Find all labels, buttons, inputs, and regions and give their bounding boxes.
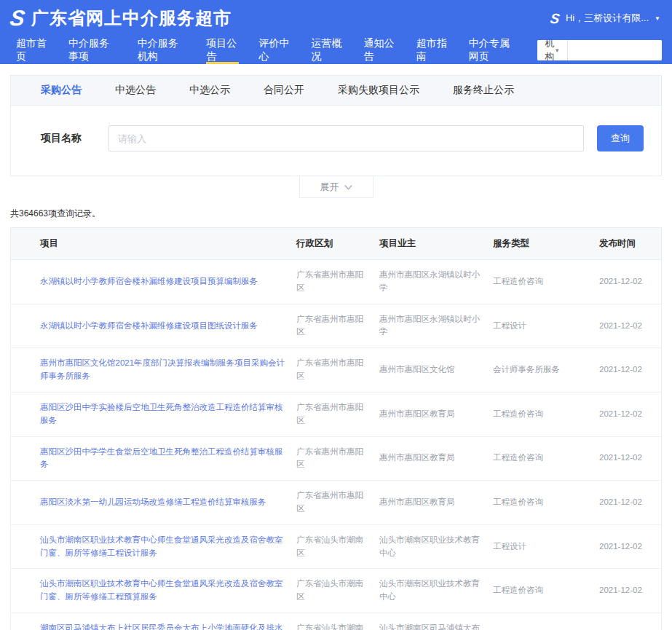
region-cell: 广东省惠州市惠阳区: [296, 260, 379, 304]
nav-item-operation-overview[interactable]: 运营概况: [311, 36, 344, 64]
table-row: 永湖镇以时小学教师宿舍楼补漏维修建设项目预算编制服务 广东省惠州市惠阳区 惠州市…: [11, 260, 661, 304]
table-row: 惠阳区淡水第一幼儿园运动场改造修缮工程造价结算审核服务 广东省惠州市惠阳区 惠州…: [11, 481, 661, 525]
service-type-cell: 会计师事务所服务: [493, 355, 599, 385]
search-category-value: 机构: [545, 40, 554, 60]
table-row: 汕头市潮南区职业技术教育中心师生食堂通风采光改造及宿舍教室门窗、厕所等修缮工程预…: [11, 569, 661, 613]
expand-wrap: 展开: [0, 176, 672, 198]
table-header-row: 项目 行政区划 项目业主 服务类型 发布时间: [11, 228, 661, 260]
table-row: 惠州市惠阳区文化馆2021年度部门决算报表编制服务项目采购会计师事务所服务 广东…: [11, 348, 661, 393]
project-link[interactable]: 惠州市惠阳区文化馆2021年度部门决算报表编制服务项目采购会计师事务所服务: [40, 358, 285, 380]
nav-item-notices[interactable]: 通知公告: [364, 36, 397, 64]
results-table: 项目 行政区划 项目业主 服务类型 发布时间 永湖镇以时小学教师宿舍楼补漏维修建…: [10, 227, 662, 630]
nav-item-home[interactable]: 超市首页: [16, 36, 49, 64]
region-cell: 广东省惠州市惠阳区: [296, 393, 379, 436]
project-link[interactable]: 汕头市潮南区职业技术教育中心师生食堂通风采光改造及宿舍教室门窗、厕所等修缮工程预…: [40, 579, 283, 601]
project-link[interactable]: 潮南区司马浦镇大布上社区居民委员会大布上小学地面硬化及排水系统建设项目预算服务: [40, 623, 283, 630]
publish-date-cell: 2021-12-02: [599, 487, 661, 518]
publish-date-cell: 2021-12-02: [599, 620, 661, 630]
publish-date-cell: 2021-12-02: [599, 443, 661, 473]
user-logo-icon: S: [550, 12, 561, 25]
nav-item-guide[interactable]: 超市指南: [416, 36, 449, 64]
region-cell: 广东省惠州市惠阳区: [296, 481, 379, 524]
owner-cell: 汕头市潮南区职业技术教育中心: [379, 569, 493, 613]
column-header-publish-date: 发布时间: [599, 228, 661, 259]
main-nav: 超市首页 中介服务事项 中介服务机构 项目公告 评价中心 运营概况 通知公告 超…: [0, 36, 672, 64]
chevron-down-icon: ▼: [554, 47, 560, 54]
project-cell: 汕头市潮南区职业技术教育中心师生食堂通风采光改造及宿舍教室门窗、厕所等修缮工程设…: [11, 525, 296, 569]
publish-date-cell: 2021-12-02: [599, 575, 661, 606]
table-row: 永湖镇以时小学教师宿舍楼补漏维修建设项目图纸设计服务 广东省惠州市惠阳区 惠州市…: [11, 304, 661, 349]
nav-item-project-announcements[interactable]: 项目公告: [206, 36, 239, 64]
announcement-tabs: 采购公告 中选公告 中选公示 合同公开 采购失败项目公示 服务终止公示: [11, 76, 661, 106]
region-cell: 广东省汕头市潮南区: [296, 525, 379, 569]
table-row: 汕头市潮南区职业技术教育中心师生食堂通风采光改造及宿舍教室门窗、厕所等修缮工程设…: [11, 525, 661, 570]
project-cell: 惠阳区沙田中学学生食堂后空地卫生死角整治工程造价结算审核服务: [11, 437, 296, 481]
site-logo-icon: S: [9, 7, 26, 29]
column-header-region: 行政区划: [296, 228, 379, 259]
nav-item-evaluation-center[interactable]: 评价中心: [258, 36, 291, 64]
expand-label: 展开: [320, 181, 339, 194]
chevron-down-icon: ▼: [655, 15, 660, 22]
owner-cell: 惠州市惠阳区教育局: [379, 399, 493, 430]
service-type-cell: 工程造价咨询: [493, 487, 599, 518]
table-row: 惠阳区沙田中学实验楼后空地卫生死角整治改造工程造价结算审核服务 广东省惠州市惠阳…: [11, 393, 661, 437]
filter-panel: 采购公告 中选公告 中选公示 合同公开 采购失败项目公示 服务终止公示 项目名称…: [10, 75, 662, 176]
project-name-label: 项目名称: [41, 132, 108, 145]
project-cell: 惠阳区沙田中学实验楼后空地卫生死角整治改造工程造价结算审核服务: [11, 393, 296, 436]
owner-cell: 汕头市潮南区司马浦镇大布上居民委员会: [379, 613, 493, 630]
project-cell: 永湖镇以时小学教师宿舍楼补漏维修建设项目图纸设计服务: [11, 311, 296, 342]
publish-date-cell: 2021-12-02: [599, 355, 661, 385]
tab-procurement-announcements[interactable]: 采购公告: [41, 84, 82, 97]
tab-service-termination[interactable]: 服务终止公示: [453, 84, 514, 97]
owner-cell: 惠州市惠阳区教育局: [379, 487, 493, 518]
region-cell: 广东省汕头市潮南区: [296, 569, 379, 613]
publish-date-cell: 2021-12-02: [599, 267, 661, 297]
project-cell: 惠阳区淡水第一幼儿园运动场改造修缮工程造价结算审核服务: [11, 487, 296, 518]
project-link[interactable]: 永湖镇以时小学教师宿舍楼补漏维修建设项目预算编制服务: [40, 277, 258, 286]
region-cell: 广东省汕头市潮南区: [296, 613, 379, 630]
tab-contract-disclosure[interactable]: 合同公开: [264, 84, 304, 97]
header-search: 机构 ▼: [537, 40, 662, 60]
user-menu[interactable]: S Hi，三桥设计有限... ▼: [550, 12, 660, 25]
nav-item-agencies[interactable]: 中介服务机构: [138, 36, 187, 64]
nav-item-service-matters[interactable]: 中介服务事项: [68, 36, 118, 64]
owner-cell: 惠州市惠阳区文化馆: [379, 355, 493, 385]
user-greeting: Hi，三桥设计有限...: [566, 12, 649, 25]
service-type-cell: 工程造价咨询: [493, 620, 599, 630]
service-type-cell: 工程设计: [493, 311, 599, 342]
project-cell: 惠州市惠阳区文化馆2021年度部门决算报表编制服务项目采购会计师事务所服务: [11, 348, 296, 392]
region-cell: 广东省惠州市惠阳区: [296, 437, 379, 481]
project-link[interactable]: 永湖镇以时小学教师宿舍楼补漏维修建设项目图纸设计服务: [40, 321, 258, 330]
tab-selection-publicity[interactable]: 中选公示: [189, 84, 230, 97]
header-search-input[interactable]: [568, 40, 662, 60]
expand-button[interactable]: 展开: [299, 176, 373, 198]
publish-date-cell: 2021-12-02: [599, 399, 661, 430]
column-header-owner: 项目业主: [379, 228, 493, 259]
column-header-project: 项目: [11, 228, 296, 259]
tab-selection-announcements[interactable]: 中选公告: [115, 84, 156, 97]
project-cell: 潮南区司马浦镇大布上社区居民委员会大布上小学地面硬化及排水系统建设项目预算服务: [11, 613, 296, 630]
query-button[interactable]: 查询: [597, 125, 644, 151]
site-title: 广东省网上中介服务超市: [31, 7, 232, 30]
owner-cell: 惠州市惠阳区永湖镇以时小学: [379, 304, 493, 348]
service-type-cell: 工程造价咨询: [493, 399, 599, 430]
tab-failed-projects[interactable]: 采购失败项目公示: [338, 84, 419, 97]
service-type-cell: 工程造价咨询: [493, 443, 599, 473]
service-type-cell: 工程造价咨询: [493, 267, 599, 297]
project-link[interactable]: 惠阳区淡水第一幼儿园运动场改造修缮工程造价结算审核服务: [40, 497, 266, 506]
owner-cell: 汕头市潮南区职业技术教育中心: [379, 525, 493, 569]
project-name-input[interactable]: [108, 125, 584, 151]
project-cell: 永湖镇以时小学教师宿舍楼补漏维修建设项目预算编制服务: [11, 267, 296, 297]
search-category-select[interactable]: 机构 ▼: [537, 40, 568, 60]
region-cell: 广东省惠州市惠阳区: [296, 348, 379, 392]
nav-item-agency-pages[interactable]: 中介专属网页: [469, 36, 518, 64]
project-cell: 汕头市潮南区职业技术教育中心师生食堂通风采光改造及宿舍教室门窗、厕所等修缮工程预…: [11, 569, 296, 613]
project-link[interactable]: 惠阳区沙田中学实验楼后空地卫生死角整治改造工程造价结算审核服务: [40, 403, 283, 425]
region-cell: 广东省惠州市惠阳区: [296, 304, 379, 348]
project-link[interactable]: 汕头市潮南区职业技术教育中心师生食堂通风采光改造及宿舍教室门窗、厕所等修缮工程设…: [40, 535, 283, 557]
project-link[interactable]: 惠阳区沙田中学学生食堂后空地卫生死角整治工程造价结算审核服务: [40, 447, 283, 469]
site-header: S 广东省网上中介服务超市 S Hi，三桥设计有限... ▼ 超市首页 中介服务…: [0, 0, 672, 64]
publish-date-cell: 2021-12-02: [599, 311, 661, 342]
publish-date-cell: 2021-12-02: [599, 532, 661, 562]
service-type-cell: 工程造价咨询: [493, 575, 599, 606]
